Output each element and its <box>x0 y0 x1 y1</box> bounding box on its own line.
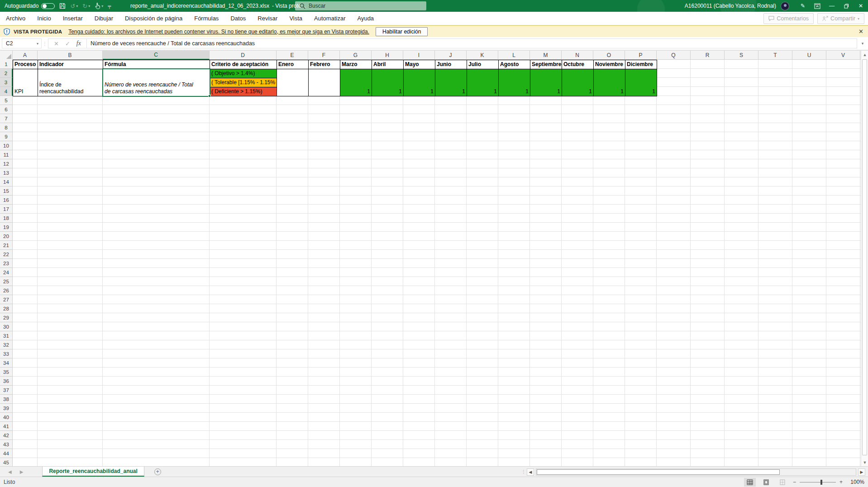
formula-input[interactable]: Número de veces reencauche / Total de ca… <box>86 38 857 48</box>
next-sheet-icon[interactable]: ▶ <box>20 469 24 474</box>
column-header-U[interactable]: U <box>792 51 826 60</box>
vertical-scroll-thumb[interactable] <box>862 59 867 455</box>
row-header-14[interactable]: 14 <box>0 177 13 186</box>
ribbon-tab-ayuda[interactable]: Ayuda <box>351 12 380 25</box>
cell-H2[interactable]: 1 <box>372 69 404 96</box>
account-label[interactable]: A16200011 (Cabello Yacolca, Rodnal) <box>685 3 776 9</box>
banner-close-icon[interactable]: ✕ <box>858 28 863 35</box>
search-box[interactable]: Buscar <box>295 1 426 10</box>
horizontal-scrollbar[interactable] <box>536 468 856 476</box>
row-header-30[interactable]: 30 <box>0 322 13 331</box>
touch-mouse-mode-icon[interactable]: ▾ <box>95 3 103 9</box>
prev-sheet-icon[interactable]: ◀ <box>8 469 12 474</box>
save-icon[interactable] <box>59 3 66 9</box>
horizontal-scroll-thumb[interactable] <box>537 469 780 475</box>
row-header-4[interactable]: 4 <box>0 87 13 96</box>
row-header-35[interactable]: 35 <box>0 368 13 377</box>
row-header-23[interactable]: 23 <box>0 259 13 268</box>
row-header-10[interactable]: 10 <box>0 141 13 150</box>
cell-B1[interactable]: Indicador <box>38 60 103 69</box>
zoom-slider-thumb[interactable] <box>820 480 822 485</box>
cell-B2[interactable]: Índice dereencauchabilidad <box>38 69 103 96</box>
cell-J1[interactable]: Junio <box>435 60 467 69</box>
row-header-5[interactable]: 5 <box>0 96 13 105</box>
cell-L2[interactable]: 1 <box>498 69 530 96</box>
row-header-41[interactable]: 41 <box>0 422 13 431</box>
comments-button[interactable]: Comentarios <box>763 13 814 24</box>
ribbon-tab-inicio[interactable]: Inicio <box>31 12 57 25</box>
cell-O2[interactable]: 1 <box>593 69 625 96</box>
ribbon-tab-automatizar[interactable]: Automatizar <box>308 12 351 25</box>
row-header-9[interactable]: 9 <box>0 132 13 141</box>
column-header-M[interactable]: M <box>530 51 562 60</box>
row-header-2[interactable]: 2 <box>0 69 13 78</box>
column-header-S[interactable]: S <box>725 51 758 60</box>
cell-K2[interactable]: 1 <box>467 69 499 96</box>
row-header-17[interactable]: 17 <box>0 205 13 214</box>
row-header-22[interactable]: 22 <box>0 250 13 259</box>
cell-F1[interactable]: Febrero <box>308 60 340 69</box>
column-header-Q[interactable]: Q <box>657 51 691 60</box>
row-header-11[interactable]: 11 <box>0 150 13 159</box>
cell-D2[interactable]: ( Objetivo > 1.4%) <box>210 69 277 78</box>
redo-icon[interactable]: ↻ ▾ <box>82 3 90 10</box>
column-header-P[interactable]: P <box>625 51 657 60</box>
column-header-V[interactable]: V <box>826 51 860 60</box>
cell-A1[interactable]: Proceso <box>13 60 38 69</box>
cell-F2[interactable] <box>308 69 340 96</box>
ribbon-display-options-icon[interactable] <box>810 0 825 12</box>
cell-C1[interactable]: Fórmula <box>103 60 210 69</box>
row-header-29[interactable]: 29 <box>0 313 13 322</box>
row-header-34[interactable]: 34 <box>0 358 13 368</box>
row-header-39[interactable]: 39 <box>0 404 13 413</box>
cell-N2[interactable]: 1 <box>562 69 594 96</box>
column-header-E[interactable]: E <box>277 51 308 60</box>
column-header-A[interactable]: A <box>13 51 38 60</box>
name-box[interactable]: C2 ▾ <box>2 38 42 48</box>
zoom-in-icon[interactable]: + <box>839 479 843 485</box>
undo-icon[interactable]: ↺ ▾ <box>70 3 78 10</box>
row-header-40[interactable]: 40 <box>0 413 13 422</box>
row-header-33[interactable]: 33 <box>0 349 13 358</box>
page-break-view-icon[interactable] <box>777 478 788 487</box>
ribbon-tab-archivo[interactable]: Archivo <box>0 12 31 25</box>
ribbon-tab-insertar[interactable]: Insertar <box>57 12 89 25</box>
cell-G1[interactable]: Marzo <box>340 60 372 69</box>
confirm-entry-icon[interactable]: ✓ <box>65 40 70 47</box>
cell-O1[interactable]: Noviembre <box>593 60 625 69</box>
row-header-1[interactable]: 1 <box>0 60 13 69</box>
scroll-right-icon[interactable]: ▶ <box>858 468 865 476</box>
scroll-down-icon[interactable]: ▼ <box>861 458 868 466</box>
cell-H1[interactable]: Abril <box>372 60 404 69</box>
cell-M1[interactable]: Septiembre <box>530 60 562 69</box>
row-header-38[interactable]: 38 <box>0 395 13 404</box>
ribbon-tab-dibujar[interactable]: Dibujar <box>89 12 119 25</box>
cell-A2[interactable]: KPI <box>13 69 38 96</box>
name-box-dropdown-icon[interactable]: ▾ <box>37 42 38 46</box>
page-layout-view-icon[interactable] <box>760 478 772 487</box>
ribbon-tab-fórmulas[interactable]: Fórmulas <box>188 12 224 25</box>
cell-M2[interactable]: 1 <box>530 69 562 96</box>
row-header-16[interactable]: 16 <box>0 196 13 205</box>
row-header-8[interactable]: 8 <box>0 123 13 132</box>
column-header-T[interactable]: T <box>758 51 792 60</box>
vertical-scrollbar[interactable]: ▲ ▼ <box>861 51 868 466</box>
row-header-21[interactable]: 21 <box>0 241 13 250</box>
row-header-45[interactable]: 45 <box>0 458 13 466</box>
row-header-37[interactable]: 37 <box>0 386 13 395</box>
row-header-36[interactable]: 36 <box>0 377 13 386</box>
row-header-12[interactable]: 12 <box>0 159 13 168</box>
select-all-button[interactable] <box>0 51 13 60</box>
column-header-R[interactable]: R <box>691 51 725 60</box>
cell-E1[interactable]: Enero <box>277 60 309 69</box>
row-header-28[interactable]: 28 <box>0 304 13 313</box>
ribbon-tab-datos[interactable]: Datos <box>224 12 252 25</box>
zoom-out-icon[interactable]: − <box>793 479 796 485</box>
cancel-entry-icon[interactable]: ✕ <box>54 40 59 47</box>
inking-pen-icon[interactable]: ✎ <box>796 0 810 12</box>
scroll-left-icon[interactable]: ◀ <box>527 468 534 476</box>
cell-D4[interactable]: ( Deficiente > 1.15%) <box>210 87 277 96</box>
row-header-32[interactable]: 32 <box>0 340 13 349</box>
insert-function-icon[interactable]: fx <box>76 40 81 47</box>
tab-scrollbar-splitter[interactable]: ⋮ <box>521 469 525 474</box>
